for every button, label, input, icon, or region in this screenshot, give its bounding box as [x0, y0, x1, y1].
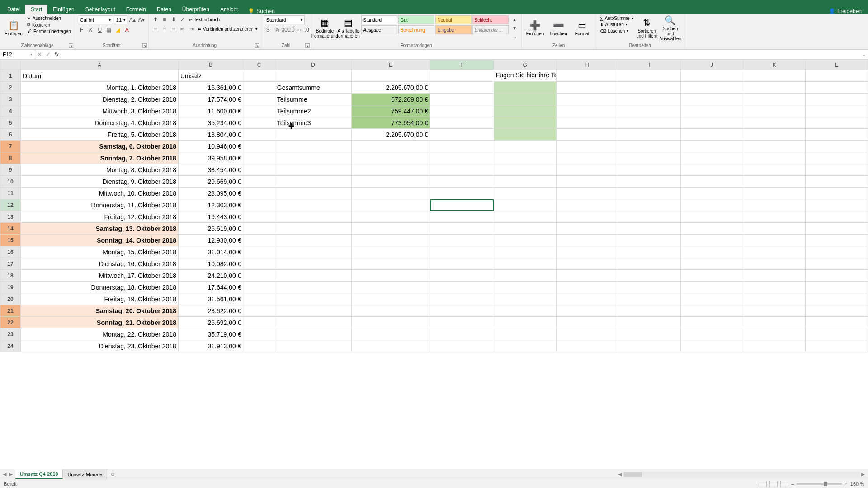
col-header-I[interactable]: I	[618, 60, 681, 70]
cell-J6[interactable]	[681, 129, 743, 141]
cell-J13[interactable]	[681, 211, 743, 223]
align-left-icon[interactable]: ≡	[151, 25, 160, 33]
cell-E24[interactable]	[351, 340, 430, 352]
cell-B16[interactable]: 31.014,00 €	[178, 246, 243, 258]
cell-K16[interactable]	[743, 246, 806, 258]
font-dialog-launcher[interactable]: ↘	[142, 43, 147, 48]
cell-B6[interactable]: 13.804,00 €	[178, 129, 243, 141]
cell-L8[interactable]	[806, 152, 868, 164]
cell-G9[interactable]	[494, 164, 556, 176]
tab-seitenlayout[interactable]: Seitenlayout	[80, 5, 121, 14]
cell-C3[interactable]	[243, 94, 275, 105]
cell-B11[interactable]: 23.095,00 €	[178, 188, 243, 199]
cell-E17[interactable]	[351, 258, 430, 270]
cell-K3[interactable]	[743, 94, 806, 105]
cancel-formula-icon[interactable]: ✕	[37, 51, 42, 58]
cell-A7[interactable]: Samstag, 6. Oktober 2018	[21, 141, 179, 152]
cell-J24[interactable]	[681, 340, 743, 352]
cell-E8[interactable]	[351, 152, 430, 164]
cell-H10[interactable]	[556, 176, 618, 188]
italic-button[interactable]: K	[87, 26, 95, 34]
cell-L1[interactable]	[806, 70, 868, 82]
cell-F20[interactable]	[430, 293, 494, 305]
cell-D5[interactable]: Teilsumme3	[275, 117, 351, 129]
tab-formeln[interactable]: Formeln	[121, 5, 151, 14]
cell-I22[interactable]	[618, 317, 681, 328]
row-header-23[interactable]: 23	[0, 328, 21, 340]
col-header-K[interactable]: K	[743, 60, 806, 70]
format-cells-button[interactable]: ▭Format	[571, 15, 593, 41]
cell-I12[interactable]	[618, 199, 681, 211]
cell-I23[interactable]	[618, 328, 681, 340]
font-name-select[interactable]: Calibri▾	[78, 15, 113, 24]
cell-E16[interactable]	[351, 246, 430, 258]
cell-J22[interactable]	[681, 317, 743, 328]
cell-K18[interactable]	[743, 270, 806, 282]
cell-C7[interactable]	[243, 141, 275, 152]
cell-I6[interactable]	[618, 129, 681, 141]
cell-E15[interactable]	[351, 235, 430, 246]
cell-B22[interactable]: 26.692,00 €	[178, 317, 243, 328]
cell-J3[interactable]	[681, 94, 743, 105]
cell-I7[interactable]	[618, 141, 681, 152]
cell-C17[interactable]	[243, 258, 275, 270]
cell-L6[interactable]	[806, 129, 868, 141]
row-header-17[interactable]: 17	[0, 258, 21, 270]
cell-F21[interactable]	[430, 305, 494, 317]
cell-B13[interactable]: 19.443,00 €	[178, 211, 243, 223]
cell-K17[interactable]	[743, 258, 806, 270]
row-header-24[interactable]: 24	[0, 340, 21, 352]
row-header-8[interactable]: 8	[0, 152, 21, 164]
cell-C22[interactable]	[243, 317, 275, 328]
cell-B10[interactable]: 29.669,00 €	[178, 176, 243, 188]
cell-E10[interactable]	[351, 176, 430, 188]
col-header-B[interactable]: B	[178, 60, 243, 70]
autosum-button[interactable]: ∑AutoSumme▾	[599, 15, 634, 21]
cell-J4[interactable]	[681, 105, 743, 117]
cell-B4[interactable]: 11.600,00 €	[178, 105, 243, 117]
number-format-select[interactable]: Standard▾	[264, 15, 305, 24]
cell-A19[interactable]: Donnerstag, 18. Oktober 2018	[21, 282, 179, 293]
cell-K20[interactable]	[743, 293, 806, 305]
cell-G3[interactable]	[494, 94, 556, 105]
cell-L21[interactable]	[806, 305, 868, 317]
cell-J10[interactable]	[681, 176, 743, 188]
cell-C2[interactable]	[243, 82, 275, 94]
cell-H1[interactable]	[556, 70, 618, 82]
cell-C13[interactable]	[243, 211, 275, 223]
cell-C20[interactable]	[243, 293, 275, 305]
cell-K11[interactable]	[743, 188, 806, 199]
cell-L10[interactable]	[806, 176, 868, 188]
share-button[interactable]: 👤 Freigeben	[829, 8, 866, 14]
align-center-icon[interactable]: ≡	[160, 25, 169, 33]
cell-A17[interactable]: Dienstag, 16. Oktober 2018	[21, 258, 179, 270]
tab-datei[interactable]: Datei	[2, 5, 25, 14]
cell-H24[interactable]	[556, 340, 618, 352]
cell-E18[interactable]	[351, 270, 430, 282]
cell-C19[interactable]	[243, 282, 275, 293]
row-header-6[interactable]: 6	[0, 129, 21, 141]
clipboard-dialog-launcher[interactable]: ↘	[69, 43, 73, 48]
cell-D6[interactable]	[275, 129, 351, 141]
style-schlecht[interactable]: Schlecht	[472, 15, 509, 24]
indent-dec-icon[interactable]: ⇤	[179, 25, 187, 33]
col-header-J[interactable]: J	[681, 60, 743, 70]
scroll-right-icon[interactable]: ▶	[860, 471, 866, 477]
cell-F4[interactable]	[430, 105, 494, 117]
cell-B15[interactable]: 12.930,00 €	[178, 235, 243, 246]
cell-G7[interactable]	[494, 141, 556, 152]
cell-D18[interactable]	[275, 270, 351, 282]
styles-more-icon[interactable]: ⌄	[510, 33, 519, 41]
format-painter-button[interactable]: 🖌Format übertragen	[26, 28, 72, 34]
cell-D7[interactable]	[275, 141, 351, 152]
inc-decimal-icon[interactable]: .0→	[291, 26, 299, 34]
row-header-5[interactable]: 5	[0, 117, 21, 129]
cell-J5[interactable]	[681, 117, 743, 129]
cell-J16[interactable]	[681, 246, 743, 258]
cell-E2[interactable]: 2.205.670,00 €	[351, 82, 430, 94]
ribbon-search[interactable]: 💡 Suchen	[248, 8, 275, 14]
cell-H4[interactable]	[556, 105, 618, 117]
cell-C23[interactable]	[243, 328, 275, 340]
cell-E21[interactable]	[351, 305, 430, 317]
conditional-formatting-button[interactable]: ▦Bedingte Formatierung	[314, 15, 336, 41]
